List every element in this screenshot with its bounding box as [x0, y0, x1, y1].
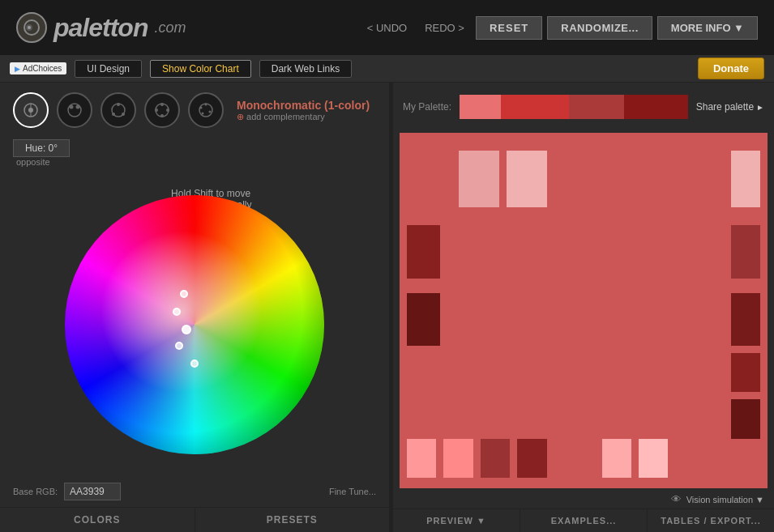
hue-box[interactable]: Hue: 0° [13, 139, 70, 157]
logo-com: .com [154, 19, 186, 36]
mode-triad[interactable] [100, 92, 136, 128]
mode-info: Monochromatic (1-color) ⊕ add complement… [237, 99, 370, 122]
redo-button[interactable]: REDO > [418, 19, 471, 37]
swatch-1[interactable] [459, 151, 499, 207]
tab-tables-export[interactable]: TABLES / EXPORT... [648, 509, 774, 532]
mode-title: Monochromatic (1-color) [237, 99, 370, 112]
tab-presets[interactable]: PRESETS [195, 508, 390, 532]
mode-selector: Monochromatic (1-color) ⊕ add complement… [0, 83, 389, 138]
ad-triangle-icon: ▶ [15, 65, 20, 73]
header-nav: < UNDO REDO > RESET RANDOMIZE... MORE IN… [361, 16, 758, 40]
reset-button[interactable]: RESET [476, 16, 542, 40]
donate-button[interactable]: Donate [698, 57, 764, 79]
swatch-15[interactable] [639, 439, 668, 478]
logo-icon [16, 12, 47, 43]
mode-mono[interactable] [13, 92, 49, 128]
svg-point-19 [205, 104, 207, 106]
main: Monochromatic (1-color) ⊕ add complement… [0, 83, 774, 532]
undo-button[interactable]: < UNDO [361, 19, 413, 37]
svg-point-17 [155, 109, 158, 112]
palette-bar: My Palette: Share palette ► [393, 83, 774, 131]
swatch-14[interactable] [602, 439, 631, 478]
dark-web-links-button[interactable]: Dark Web Links [259, 60, 352, 78]
bottom-tabs: COLORS PRESETS [0, 507, 389, 532]
tab-preview[interactable]: PREVIEW ▼ [393, 509, 520, 532]
swatch-12[interactable] [481, 439, 510, 478]
color-grid[interactable] [400, 133, 768, 488]
palette-seg-2[interactable] [501, 95, 570, 119]
color-wheel[interactable] [65, 195, 324, 454]
svg-point-14 [160, 103, 164, 106]
share-arrow-icon: ► [756, 103, 764, 112]
swatch-5[interactable] [731, 225, 760, 279]
left-panel: Monochromatic (1-color) ⊕ add complement… [0, 83, 389, 532]
tab-examples[interactable]: EXAMPLES... [520, 509, 648, 532]
wheel-overlay [65, 195, 324, 454]
swatch-9[interactable] [731, 399, 760, 438]
tab-colors[interactable]: COLORS [0, 508, 195, 532]
svg-point-16 [160, 114, 164, 117]
base-rgb: Base RGB: Fine Tune... [0, 478, 389, 507]
toolbar: ▶ AdChoices UI Design Show Color Chart D… [0, 55, 774, 83]
swatch-13[interactable] [517, 439, 546, 478]
svg-point-12 [122, 113, 125, 116]
svg-point-2 [28, 26, 31, 29]
svg-point-15 [166, 109, 169, 112]
svg-point-11 [112, 113, 115, 116]
palette-strip [460, 95, 688, 119]
swatch-2[interactable] [507, 151, 547, 207]
hue-info: Hue: 0° opposite [0, 138, 389, 172]
preview-tabs: PREVIEW ▼ EXAMPLES... TABLES / EXPORT... [393, 509, 774, 532]
add-complementary[interactable]: ⊕ add complementary [237, 112, 370, 122]
share-label: Share palette [696, 101, 754, 113]
base-input[interactable] [64, 483, 121, 500]
ui-design-button[interactable]: UI Design [75, 60, 142, 78]
ad-label: AdChoices [23, 64, 62, 73]
wheel-dot-4[interactable] [190, 360, 199, 368]
swatch-8[interactable] [731, 353, 760, 392]
svg-point-7 [70, 105, 74, 109]
swatch-11[interactable] [443, 439, 473, 478]
eye-icon: 👁 [671, 493, 682, 505]
palette-seg-3[interactable] [569, 95, 624, 119]
swatch-6[interactable] [407, 293, 440, 347]
swatch-7[interactable] [731, 293, 760, 347]
svg-point-20 [202, 113, 204, 115]
vision-simulation[interactable]: Vision simulation ▼ [686, 495, 764, 504]
vision-bar: 👁 Vision simulation ▼ [393, 490, 774, 509]
ad-choices[interactable]: ▶ AdChoices [10, 62, 66, 74]
svg-point-10 [117, 103, 120, 106]
wheel-area[interactable]: Hold Shift to move shades individually [0, 172, 389, 478]
svg-point-22 [200, 107, 203, 109]
randomize-button[interactable]: RANDOMIZE... [547, 16, 652, 40]
wheel-dot-main[interactable] [182, 325, 191, 334]
right-panel: My Palette: Share palette ► [392, 83, 774, 532]
show-color-chart-button[interactable]: Show Color Chart [150, 60, 251, 78]
logo: paletton .com [16, 12, 186, 43]
palette-label: My Palette: [403, 101, 451, 113]
wheel-dot-2[interactable] [173, 308, 181, 316]
swatch-3[interactable] [731, 151, 760, 207]
more-info-button[interactable]: MORE INFO ▼ [657, 16, 758, 40]
mode-adjacent[interactable] [57, 92, 92, 128]
palette-seg-1[interactable] [460, 95, 501, 119]
wheel-dot-3[interactable] [175, 342, 183, 350]
logo-text: paletton [53, 13, 148, 43]
wheel-dot-1[interactable] [180, 290, 188, 298]
hue-opposite: opposite [13, 157, 376, 167]
add-comp-icon: ⊕ [237, 112, 244, 121]
palette-seg-4[interactable] [624, 95, 688, 119]
mode-freeform[interactable] [188, 92, 224, 128]
swatch-4[interactable] [407, 225, 440, 279]
share-palette[interactable]: Share palette ► [696, 101, 764, 113]
fine-tune[interactable]: Fine Tune... [329, 487, 376, 496]
svg-point-8 [76, 105, 80, 109]
swatch-10[interactable] [407, 439, 436, 478]
svg-point-21 [209, 111, 212, 113]
header: paletton .com < UNDO REDO > RESET RANDOM… [0, 0, 774, 55]
base-label: Base RGB: [13, 487, 58, 496]
mode-tetrad[interactable] [144, 92, 180, 128]
